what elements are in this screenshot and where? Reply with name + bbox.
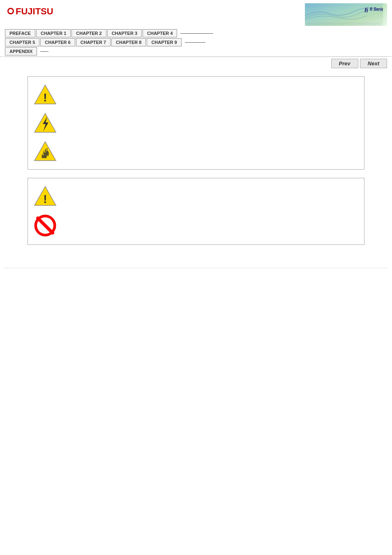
toolbar: Prev Next bbox=[0, 57, 392, 70]
warning-triangle-icon: ! bbox=[33, 83, 58, 106]
fujitsu-logo: FUJITSU bbox=[5, 5, 54, 24]
icon-row-heat bbox=[33, 140, 357, 163]
no-symbol-icon bbox=[33, 213, 58, 238]
logo-text: FUJITSU bbox=[16, 6, 53, 16]
nav-row-3: APPENDIX bbox=[5, 47, 387, 55]
fi-series-background: fi fi Series bbox=[305, 3, 387, 26]
nav-appendix[interactable]: APPENDIX bbox=[5, 47, 37, 55]
nav-row-1: PREFACE CHAPTER 1 CHAPTER 2 CHAPTER 3 CH… bbox=[5, 29, 387, 37]
nav-chapter4[interactable]: CHAPTER 4 bbox=[143, 29, 177, 37]
svg-text:fi: fi bbox=[364, 7, 369, 14]
nav-line-1 bbox=[180, 33, 213, 34]
nav-chapter5[interactable]: CHAPTER 5 bbox=[5, 38, 39, 46]
separator-bottom bbox=[5, 268, 387, 268]
warning-triangle-icon-2: ! bbox=[33, 185, 58, 207]
svg-text:fi Series: fi Series bbox=[370, 7, 383, 12]
nav-chapter8[interactable]: CHAPTER 8 bbox=[111, 38, 146, 46]
nav-chapter2[interactable]: CHAPTER 2 bbox=[71, 29, 106, 37]
nav-chapter1[interactable]: CHAPTER 1 bbox=[36, 29, 71, 37]
nav-row-2: CHAPTER 5 CHAPTER 6 CHAPTER 7 CHAPTER 8 … bbox=[5, 38, 387, 46]
heat-triangle-icon bbox=[33, 140, 58, 163]
icon-row-prohibited bbox=[33, 213, 357, 238]
fujitsu-logo-svg: FUJITSU bbox=[5, 5, 54, 24]
icon-row-warning-2: ! bbox=[33, 185, 357, 207]
nav-line-2 bbox=[185, 42, 205, 43]
svg-text:!: ! bbox=[43, 193, 47, 205]
svg-text:!: ! bbox=[43, 91, 47, 104]
next-button[interactable]: Next bbox=[360, 59, 387, 68]
warning-box-2: ! bbox=[28, 178, 364, 245]
nav-chapter3[interactable]: CHAPTER 3 bbox=[107, 29, 142, 37]
nav-line-3 bbox=[40, 51, 48, 52]
prev-button[interactable]: Prev bbox=[331, 59, 358, 68]
nav-chapter7[interactable]: CHAPTER 7 bbox=[76, 38, 111, 46]
navigation-area: PREFACE CHAPTER 1 CHAPTER 2 CHAPTER 3 CH… bbox=[0, 28, 392, 57]
nav-chapter9[interactable]: CHAPTER 9 bbox=[147, 38, 181, 46]
nav-preface[interactable]: PREFACE bbox=[5, 29, 35, 37]
main-content: ! ! bbox=[0, 70, 392, 260]
fi-series-logo: fi fi Series bbox=[305, 3, 387, 26]
icon-row-warning: ! bbox=[33, 83, 357, 106]
logo-circle-inner bbox=[9, 9, 13, 13]
page-header: FUJITSU fi bbox=[0, 0, 392, 28]
fi-logo-decoration: fi fi Series bbox=[305, 3, 383, 26]
nav-chapter6[interactable]: CHAPTER 6 bbox=[40, 38, 75, 46]
lightning-triangle-icon bbox=[33, 112, 58, 134]
icon-row-lightning bbox=[33, 112, 357, 134]
warning-box-1: ! bbox=[28, 76, 364, 170]
